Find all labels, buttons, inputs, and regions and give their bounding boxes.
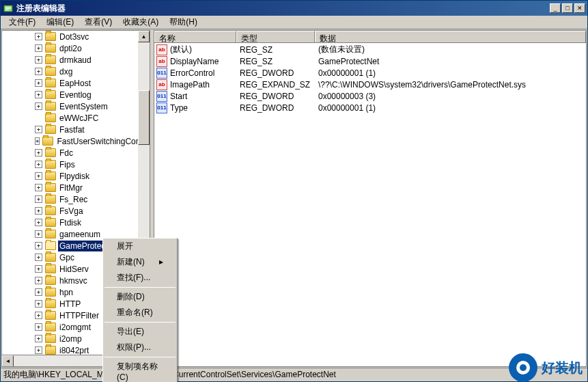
- ctx-find[interactable]: 查找(F)...: [103, 270, 177, 286]
- tree-expand-icon[interactable]: +: [35, 68, 42, 75]
- svg-rect-2: [5, 8, 11, 9]
- value-type: REG_SZ: [237, 45, 316, 55]
- tree-item[interactable]: +Fdc: [35, 147, 150, 159]
- tree-expand-icon[interactable]: +: [35, 312, 42, 319]
- tree-item[interactable]: +FsVga: [35, 205, 150, 217]
- scroll-thumb[interactable]: [138, 90, 150, 145]
- ctx-delete[interactable]: 删除(D): [103, 289, 177, 305]
- app-icon: [3, 3, 14, 14]
- tree-expand-icon[interactable]: +: [35, 277, 42, 284]
- context-menu: 展开 新建(N)▶ 查找(F)... 删除(D) 重命名(R) 导出(E) 权限…: [102, 238, 178, 382]
- tree-expand-icon[interactable]: +: [35, 346, 42, 354]
- close-button[interactable]: ✕: [574, 3, 585, 13]
- column-name[interactable]: 名称: [154, 31, 236, 42]
- folder-icon: [45, 288, 56, 297]
- list-header: 名称 类型 数据: [154, 31, 586, 43]
- tree-expand-icon[interactable]: +: [35, 288, 42, 296]
- watermark: 好装机: [509, 353, 583, 382]
- tree-item[interactable]: +Fastfat: [35, 124, 150, 135]
- ctx-export[interactable]: 导出(E): [103, 324, 177, 340]
- value-name: Start: [170, 92, 187, 101]
- tree-item[interactable]: +Flpydisk: [35, 170, 150, 182]
- tree-expand-icon[interactable]: +: [35, 335, 42, 342]
- list-row[interactable]: abImagePathREG_EXPAND_SZ\??\C:\WINDOWS\s…: [155, 79, 585, 90]
- tree-expand-icon[interactable]: +: [35, 79, 42, 87]
- column-type[interactable]: 类型: [236, 31, 315, 42]
- value-name: Type: [170, 103, 188, 113]
- tree-expand-icon[interactable]: +: [35, 195, 42, 203]
- ctx-new[interactable]: 新建(N)▶: [103, 254, 177, 270]
- tree-expand-icon[interactable]: +: [35, 323, 42, 331]
- svg-rect-1: [5, 7, 11, 8]
- value-data: GameProtectNet: [316, 57, 585, 66]
- menu-edit[interactable]: 编辑(E): [41, 15, 79, 29]
- tree-expand-icon[interactable]: +: [35, 254, 42, 261]
- tree-label: Eventlog: [58, 90, 93, 100]
- ctx-copykey[interactable]: 复制项名称(C): [103, 359, 177, 382]
- tree-expand-icon[interactable]: +: [35, 219, 42, 226]
- maximize-button[interactable]: □: [562, 3, 573, 13]
- tree-item[interactable]: +Fips: [35, 159, 150, 170]
- menu-file[interactable]: 文件(F): [3, 15, 41, 29]
- ctx-expand[interactable]: 展开: [103, 238, 177, 254]
- tree-expand-icon[interactable]: +: [35, 91, 42, 98]
- tree-label: Fdc: [58, 148, 74, 159]
- tree-item[interactable]: +dpti2o: [35, 42, 150, 54]
- tree-item[interactable]: +dxg: [35, 66, 150, 77]
- scroll-up-button[interactable]: ▲: [138, 31, 150, 42]
- tree-label: gameenum: [58, 229, 102, 240]
- folder-icon: [45, 32, 56, 41]
- folder-icon: [45, 230, 56, 238]
- folder-icon: [45, 264, 56, 273]
- tree-item[interactable]: +Dot3svc: [35, 31, 150, 42]
- tree-expand-icon[interactable]: +: [35, 126, 42, 133]
- tree-item[interactable]: +Ftdisk: [35, 217, 150, 228]
- ctx-permissions[interactable]: 权限(P)...: [103, 340, 177, 355]
- tree-expand-icon[interactable]: +: [35, 103, 42, 110]
- value-name: DisplayName: [170, 57, 219, 66]
- tree-expand-icon[interactable]: +: [35, 230, 42, 238]
- tree-expand-icon[interactable]: +: [35, 300, 42, 308]
- tree-label: Gpc: [58, 252, 76, 263]
- tree-expand-icon[interactable]: +: [35, 242, 42, 249]
- scroll-left-button[interactable]: ◄: [2, 355, 14, 367]
- tree-item[interactable]: +EapHost: [35, 77, 150, 89]
- menu-view[interactable]: 查看(V): [79, 15, 117, 29]
- folder-icon: [45, 323, 56, 331]
- folder-icon: [45, 67, 56, 76]
- tree-label: i2omgmt: [58, 322, 92, 333]
- tree-expand-icon[interactable]: +: [35, 207, 42, 215]
- tree-expand-icon[interactable]: +: [35, 149, 42, 156]
- list-row[interactable]: abDisplayNameREG_SZGameProtectNet: [155, 55, 585, 67]
- tree-item[interactable]: +Eventlog: [35, 89, 150, 100]
- tree-item[interactable]: eWWcJFC: [35, 112, 150, 124]
- tree-expand-icon[interactable]: +: [35, 137, 40, 145]
- tree-expand-icon[interactable]: +: [35, 44, 42, 52]
- value-type: REG_DWORD: [237, 103, 316, 113]
- minimize-button[interactable]: _: [550, 3, 561, 13]
- folder-icon: [45, 102, 56, 111]
- tree-expand-icon[interactable]: +: [35, 184, 42, 191]
- list-row[interactable]: ab(默认)REG_SZ(数值未设置): [155, 44, 585, 55]
- tree-expand-icon[interactable]: +: [35, 33, 42, 40]
- list-row[interactable]: 011StartREG_DWORD0x00000003 (3): [155, 90, 585, 102]
- tree-expand-icon[interactable]: +: [35, 56, 42, 64]
- tree-expand-icon[interactable]: +: [35, 265, 42, 273]
- value-data: 0x00000003 (3): [316, 92, 585, 101]
- menu-help[interactable]: 帮助(H): [164, 15, 203, 29]
- list-row[interactable]: 011ErrorControlREG_DWORD0x00000001 (1): [155, 67, 585, 79]
- menu-favorites[interactable]: 收藏夹(A): [117, 15, 164, 29]
- tree-item[interactable]: +FltMgr: [35, 182, 150, 193]
- column-data[interactable]: 数据: [315, 31, 586, 42]
- tree-item[interactable]: +FastUserSwitchingCompatibility: [35, 135, 150, 147]
- ctx-rename[interactable]: 重命名(R): [103, 305, 177, 320]
- tree-expand-icon[interactable]: +: [35, 172, 42, 180]
- tree-item[interactable]: +Fs_Rec: [35, 193, 150, 205]
- folder-icon: [45, 346, 56, 355]
- folder-icon: [45, 113, 56, 122]
- tree-item[interactable]: +EventSystem: [35, 100, 150, 112]
- tree-expand-icon[interactable]: +: [35, 161, 42, 168]
- tree-item[interactable]: +drmkaud: [35, 54, 150, 66]
- list-row[interactable]: 011TypeREG_DWORD0x00000001 (1): [155, 102, 585, 113]
- folder-icon: [45, 195, 56, 204]
